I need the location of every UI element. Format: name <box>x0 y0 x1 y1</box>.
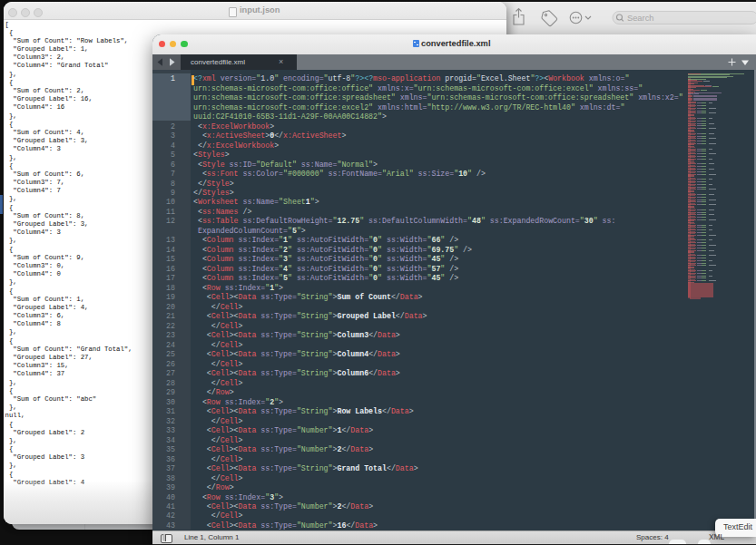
svg-text:Search: Search <box>627 14 653 23</box>
